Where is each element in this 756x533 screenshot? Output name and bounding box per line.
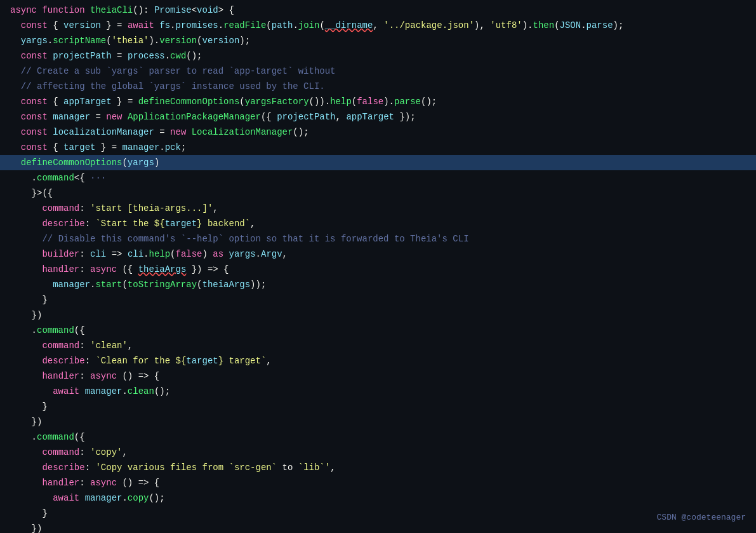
code-line-22: .command({ [0,323,756,338]
code-line-5: // Create a sub `yargs` parser to read `… [0,64,756,79]
code-line-10: const { target } = manager.pck; [0,140,756,155]
code-line-31: describe: 'Copy various files from `src-… [0,460,756,475]
code-line-11: defineCommonOptions(yargs) [0,155,756,170]
code-line-18: handler: async ({ theiaArgs }) => { [0,262,756,277]
code-line-30: command: 'copy', [0,445,756,460]
code-line-7: const { appTarget } = defineCommonOption… [0,94,756,109]
code-line-14: command: 'start [theia-args...]', [0,201,756,216]
code-line-24: describe: `Clean for the ${target} targe… [0,353,756,368]
code-line-28: }) [0,414,756,429]
code-line-2: const { version } = await fs.promises.re… [0,18,756,33]
code-line-35: }) [0,521,756,533]
code-line-13: }>({ [0,186,756,201]
code-line-17: builder: cli => cli.help(false) as yargs… [0,246,756,262]
code-line-1: async function theiaCli(): Promise<void>… [0,3,756,18]
code-editor: async function theiaCli(): Promise<void>… [0,0,756,533]
code-line-27: } [0,399,756,414]
code-line-4: const projectPath = process.cwd(); [0,48,756,64]
code-line-8: const manager = new ApplicationPackageMa… [0,109,756,125]
code-line-26: await manager.clean(); [0,384,756,399]
code-line-34: } [0,506,756,521]
watermark: CSDN @codeteenager [657,510,746,525]
code-line-29: .command({ [0,429,756,445]
code-line-16: // Disable this command's `--help` optio… [0,231,756,246]
code-line-33: await manager.copy(); [0,490,756,506]
code-line-9: const localizationManager = new Localiza… [0,125,756,140]
code-line-32: handler: async () => { [0,475,756,490]
code-line-3: yargs.scriptName('theia').version(versio… [0,33,756,48]
code-line-20: } [0,292,756,307]
code-line-6: // affecting the global `yargs` instance… [0,79,756,94]
code-line-19: manager.start(toStringArray(theiaArgs)); [0,277,756,292]
code-line-21: }) [0,307,756,323]
code-line-15: describe: `Start the ${target} backend`, [0,216,756,231]
code-line-23: command: 'clean', [0,338,756,353]
code-line-12: .command<{ ··· [0,170,756,186]
code-line-25: handler: async () => { [0,368,756,384]
